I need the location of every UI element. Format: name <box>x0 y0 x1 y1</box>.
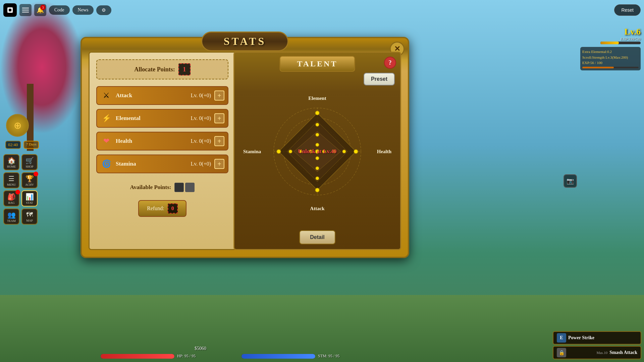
nav-menu[interactable]: ☰ MENU <box>3 172 19 188</box>
stat-icon: 📊 <box>25 193 34 201</box>
elemental-stat-row: ⚡ Elemental Lv. 0(+0) + <box>96 109 228 128</box>
avail-box-1 <box>174 183 184 192</box>
svg-rect-1 <box>9 9 11 11</box>
health-name: Health <box>116 138 187 144</box>
left-stats-panel: Allocate Points: 1 ⚔ Attack Lv. 0(+0) + … <box>89 52 236 250</box>
attack-plus-button[interactable]: + <box>214 90 224 101</box>
extra-line-2: Scroll:Strength Lv.3(Max:200) <box>582 55 639 60</box>
health-level: Lv. 0(+0) <box>191 138 211 144</box>
elemental-level: Lv. 0(+0) <box>191 115 211 121</box>
tree-decoration <box>0 0 84 134</box>
svg-point-26 <box>322 150 326 153</box>
scroll-exp-bar <box>582 67 614 68</box>
nav-bag[interactable]: 🎒 BAG <box>3 190 19 206</box>
svg-point-14 <box>316 143 319 146</box>
right-hud: Lv.6 EXP:239/520 Extra Elemental:0.2 Scr… <box>580 27 641 70</box>
nav-shop[interactable]: 🛒 SHOP <box>21 154 38 170</box>
map-icon: 🗺 <box>26 211 33 219</box>
menu-icon: ☰ <box>8 175 14 183</box>
exp-text: EXP:239/520 <box>580 37 641 41</box>
talent-title: TALENT <box>297 59 338 68</box>
money-display: $5060 <box>195 346 206 351</box>
refund-label: Refund: <box>147 205 164 212</box>
smash-attack-name: Smash Attack <box>609 350 637 355</box>
svg-point-11 <box>315 111 319 115</box>
radar-chart-container: Element Health Attack Stamina Unlock at … <box>238 73 397 230</box>
hp-bar-container: HP: 95 / 95 <box>101 354 196 359</box>
power-strike-key: E <box>557 333 566 343</box>
talent-label-health: Health <box>377 149 391 155</box>
nav-map[interactable]: 🗺 MAP <box>21 208 38 225</box>
exp-bar-background <box>600 42 641 44</box>
stats-title: STATS <box>224 35 266 47</box>
svg-point-17 <box>316 167 319 170</box>
svg-point-21 <box>299 150 302 153</box>
nav-team[interactable]: 👥 TEAM <box>3 208 19 225</box>
elemental-plus-button[interactable]: + <box>214 113 224 123</box>
elemental-name: Elemental <box>116 115 187 122</box>
notification-button[interactable]: 🔔 3 <box>34 4 46 16</box>
reset-button[interactable]: Reset <box>614 4 641 16</box>
talent-panel: TALENT ? Preset Element Health Attack St… <box>233 52 401 250</box>
settings-button[interactable]: ⚙ <box>96 5 111 15</box>
power-strike-slot[interactable]: E Power Strike <box>553 331 641 345</box>
stm-bar-fill <box>241 354 315 359</box>
bag-badge <box>15 190 20 194</box>
refund-button[interactable]: Refund: 0 <box>138 200 186 217</box>
stats-panel: STATS ✕ Allocate Points: 1 ⚔ Attack Lv. … <box>80 37 409 258</box>
nav-stat[interactable]: 📊 STAT <box>21 190 38 206</box>
stamina-name: Stamina <box>116 161 187 167</box>
roblox-icon[interactable] <box>3 3 17 17</box>
extra-info-box: Extra Elemental:0.2 Scroll:Strength Lv.3… <box>580 47 641 70</box>
screenshot-button[interactable]: 📷 <box>564 174 577 188</box>
days-value: 7 Days <box>23 141 39 149</box>
attack-name: Attack <box>116 92 187 99</box>
bag-icon: 🎒 <box>7 193 16 201</box>
extra-line-3: EXP:56 / 100 <box>582 60 639 66</box>
attack-level: Lv. 0(+0) <box>191 93 211 99</box>
code-button[interactable]: Code <box>49 5 70 15</box>
svg-point-12 <box>316 123 319 126</box>
talent-label-element: Element <box>308 96 326 101</box>
svg-point-19 <box>277 149 281 154</box>
refund-value: 0 <box>168 203 178 214</box>
allocate-value: 1 <box>178 63 191 75</box>
talent-label-stamina: Stamina <box>243 149 261 155</box>
svg-point-20 <box>289 150 292 153</box>
level-display: Lv.6 <box>580 27 641 37</box>
talent-title-bar: TALENT <box>280 56 355 72</box>
stamina-icon: 🌀 <box>100 158 112 170</box>
stamina-level: Lv. 0(+0) <box>191 161 211 167</box>
svg-point-22 <box>309 150 312 153</box>
nav-home[interactable]: 🏠 HOME <box>3 154 19 170</box>
detail-button[interactable]: Detail <box>299 230 335 244</box>
svg-point-16 <box>316 177 319 180</box>
bottom-hud: $5060 HP: 95 / 95 STM: 95 / 95 <box>0 335 644 362</box>
health-plus-button[interactable]: + <box>214 136 224 146</box>
hamburger-menu-button[interactable] <box>19 4 32 16</box>
talent-label-attack: Attack <box>310 206 324 212</box>
health-icon: ❤ <box>100 135 112 147</box>
help-button[interactable]: ? <box>384 57 396 69</box>
smash-attack-mas: Mas.10 <box>596 351 607 355</box>
nav-achv[interactable]: 🏆 ACHV <box>21 172 38 188</box>
hp-bar-fill <box>101 354 174 359</box>
stamina-stat-row: 🌀 Stamina Lv. 0(+0) + <box>96 155 228 173</box>
team-icon: 👥 <box>7 211 16 219</box>
smash-attack-slot[interactable]: 🔒 Mas.10 Smash Attack <box>553 346 641 359</box>
stamina-plus-button[interactable]: + <box>214 159 224 169</box>
avail-box-2 <box>185 183 195 192</box>
available-label: Available Points: <box>130 184 171 191</box>
svg-point-13 <box>316 133 319 136</box>
stm-text: STM: 95 / 95 <box>318 354 339 359</box>
timer-display: 02:40 7 Days <box>5 141 39 149</box>
svg-point-15 <box>315 188 319 192</box>
timer-value: 02:40 <box>5 141 21 149</box>
news-button[interactable]: News <box>72 5 94 15</box>
stm-bar-background <box>241 354 315 359</box>
svg-point-27 <box>315 149 319 154</box>
hp-text: HP: 95 / 95 <box>177 354 196 359</box>
compass: ⊕ <box>6 114 29 137</box>
achv-icon: 🏆 <box>25 175 34 183</box>
skill-bar: E Power Strike 🔒 Mas.10 Smash Attack <box>550 328 644 362</box>
